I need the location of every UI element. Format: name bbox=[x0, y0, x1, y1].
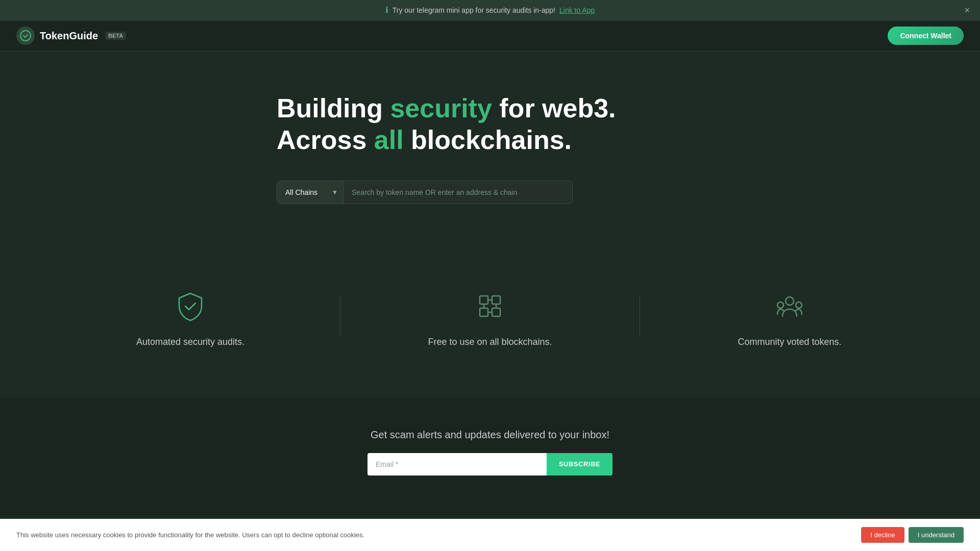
banner-text: Try our telegram mini app for security a… bbox=[393, 6, 555, 14]
hero-line1-highlight: security bbox=[390, 93, 492, 123]
chain-select-wrapper[interactable]: All Chains Ethereum BSC Polygon Avalanch… bbox=[277, 181, 344, 204]
search-bar: All Chains Ethereum BSC Polygon Avalanch… bbox=[277, 181, 573, 204]
svg-rect-2 bbox=[492, 296, 500, 304]
subscribe-title: Get scam alerts and updates delivered to… bbox=[16, 429, 964, 441]
svg-point-11 bbox=[796, 302, 802, 308]
hero-line2-highlight: all bbox=[374, 125, 404, 155]
hero-title: Building security for web3. Across all b… bbox=[277, 92, 703, 156]
hero-line2-prefix: Across bbox=[277, 125, 374, 155]
subscribe-form: SUBSCRIBE bbox=[368, 453, 612, 475]
feature-community-label: Community voted tokens. bbox=[738, 337, 841, 347]
telegram-app-link[interactable]: Link to App bbox=[559, 6, 595, 14]
navbar: TokenGuide BETA Connect Wallet bbox=[0, 20, 980, 52]
blockchain-icon bbox=[470, 286, 510, 327]
logo-icon bbox=[16, 27, 35, 45]
feature-security-audits: Automated security audits. bbox=[41, 286, 340, 347]
svg-point-10 bbox=[777, 302, 783, 308]
understand-button[interactable]: I understand bbox=[909, 527, 964, 543]
cookie-buttons: I decline I understand bbox=[861, 527, 964, 543]
feature-blockchains-label: Free to use on all blockchains. bbox=[428, 337, 552, 347]
cookie-text: This website uses necessary cookies to p… bbox=[16, 531, 849, 539]
cookie-banner: This website uses necessary cookies to p… bbox=[0, 519, 980, 551]
connect-wallet-button[interactable]: Connect Wallet bbox=[888, 27, 964, 45]
hero-line2: Across all blockchains. bbox=[277, 125, 572, 155]
features-section: Automated security audits. Free to use o… bbox=[0, 255, 980, 378]
community-icon bbox=[769, 286, 810, 327]
info-icon: ℹ bbox=[385, 5, 388, 15]
feature-blockchains: Free to use on all blockchains. bbox=[340, 286, 640, 347]
hero-line1-prefix: Building bbox=[277, 93, 390, 123]
banner-close-button[interactable]: × bbox=[964, 6, 970, 15]
search-input[interactable] bbox=[344, 181, 572, 204]
hero-line1: Building security for web3. bbox=[277, 93, 616, 123]
logo-brand-text: TokenGuide bbox=[40, 30, 98, 42]
svg-point-9 bbox=[786, 297, 794, 305]
svg-rect-1 bbox=[480, 296, 488, 304]
svg-point-0 bbox=[20, 31, 31, 41]
subscribe-button[interactable]: SUBSCRIBE bbox=[547, 453, 612, 475]
logo-beta-badge: BETA bbox=[105, 32, 126, 40]
email-input[interactable] bbox=[368, 453, 547, 475]
feature-security-label: Automated security audits. bbox=[136, 337, 244, 347]
chain-select[interactable]: All Chains Ethereum BSC Polygon Avalanch… bbox=[277, 181, 343, 204]
decline-button[interactable]: I decline bbox=[861, 527, 904, 543]
subscribe-section: Get scam alerts and updates delivered to… bbox=[0, 398, 980, 516]
shield-icon bbox=[170, 286, 211, 327]
svg-rect-4 bbox=[492, 308, 500, 316]
announcement-banner: ℹ Try our telegram mini app for security… bbox=[0, 0, 980, 20]
svg-rect-3 bbox=[480, 308, 488, 316]
main-content: Building security for web3. Across all b… bbox=[260, 52, 720, 235]
hero-line2-suffix: blockchains. bbox=[404, 125, 572, 155]
logo-container: TokenGuide BETA bbox=[16, 27, 126, 45]
hero-line1-suffix: for web3. bbox=[492, 93, 616, 123]
feature-community: Community voted tokens. bbox=[640, 286, 939, 347]
